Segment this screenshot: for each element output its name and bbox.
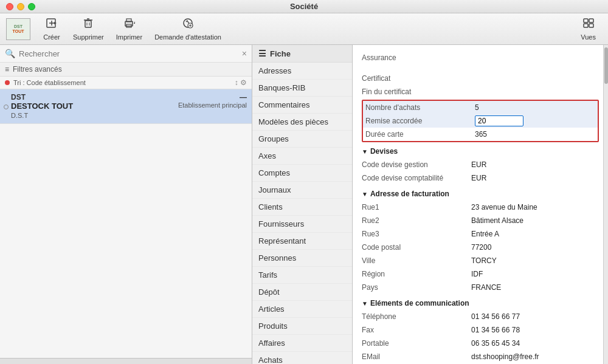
remise-label: Remise accordée [365,117,475,125]
vues-button[interactable]: Vues [575,15,602,43]
code-postal-value: 77200 [471,243,491,252]
creer-button[interactable]: Créer [36,15,67,43]
svg-rect-19 [584,24,588,27]
vues-icon [582,17,595,32]
close-icon[interactable]: × [242,49,247,58]
maximize-button[interactable] [28,3,35,10]
creer-icon [46,17,58,32]
duree-row: Durée carte 365 [363,128,598,141]
svg-marker-12 [134,21,135,24]
nav-item-personnes[interactable]: Personnes [252,250,352,267]
minimize-button[interactable] [17,3,24,10]
sort-dot [5,80,10,85]
toolbar: DST TOUT Créer Supprimer [0,13,608,45]
nav-item-journaux[interactable]: Journaux [252,182,352,199]
portable-value: 06 35 65 45 34 [471,339,520,348]
nav-item-adresses[interactable]: Adresses [252,63,352,80]
nav-item-tarifs[interactable]: Tarifs [252,267,352,284]
attestation-button[interactable]: Demande d'attestation [148,15,227,43]
nav-item-articles[interactable]: Articles [252,301,352,318]
supprimer-label: Supprimer [73,33,104,41]
code-postal-label: Code postal [362,243,471,252]
nombre-achats-value: 5 [475,103,479,112]
rue3-row: Rue3 Entrée A [362,227,599,241]
telephone-value: 01 34 56 66 77 [471,312,520,321]
fax-label: Fax [362,326,471,334]
pays-value: FRANCE [471,283,501,292]
rue1-row: Rue1 23 avenue du Maine [362,201,599,214]
titlebar: Société [0,0,608,13]
imprimer-button[interactable]: Imprimer [110,15,148,43]
nav-header: ☰ Fiche [252,45,352,63]
right-content: Assurance Certificat Fin du certificat N… [353,45,608,364]
region-label: Région [362,270,471,278]
rue1-value: 23 avenue du Maine [471,203,537,211]
nav-header-label: Fiche [270,49,291,58]
devises-header-label: Devises [370,147,398,156]
rue2-label: Rue2 [362,216,471,225]
nav-item-fournisseurs[interactable]: Fournisseurs [252,216,352,233]
nav-item-representant[interactable]: Représentant [252,233,352,250]
fax-value: 01 34 56 66 78 [471,326,520,334]
nav-item-groupes[interactable]: Groupes [252,131,352,148]
communication-header-label: Eléments de communication [370,299,469,307]
communication-section-header[interactable]: ▼ Eléments de communication [362,297,599,310]
remise-input[interactable] [475,115,523,126]
main-area: 🔍 × ≡ Filtres avancés Tri : Code établis… [0,45,608,364]
list-circle-indicator [4,105,9,109]
portable-label: Portable [362,339,471,348]
nav-item-axes[interactable]: Axes [252,148,352,165]
close-button[interactable] [6,3,13,10]
list-item-code: DST [11,93,26,101]
adresse-section-header[interactable]: ▼ Adresse de facturation [362,187,599,201]
vertical-scrollbar[interactable] [603,45,608,364]
email-label: EMail [362,352,471,361]
nav-item-commentaires[interactable]: Commentaires [252,97,352,114]
rue3-label: Rue3 [362,230,471,238]
window-title: Société [290,2,318,11]
nav-item-clients[interactable]: Clients [252,199,352,216]
nav-item-modeles[interactable]: Modèles des pièces [252,114,352,131]
horizontal-scrollbar[interactable] [0,358,252,364]
svg-rect-18 [589,19,593,22]
nav-item-banques[interactable]: Banques-RIB [252,80,352,97]
highlighted-group: Nombre d'achats 5 Remise accordée Durée … [362,100,599,142]
list-item[interactable]: DST — DESTOCK TOUT Etablissement princip… [0,89,252,124]
nav-item-achats[interactable]: Achats [252,352,352,364]
nav-item-produits[interactable]: Produits [252,318,352,335]
imprimer-label: Imprimer [116,33,142,41]
code-postal-row: Code postal 77200 [362,241,599,254]
attestation-icon [182,17,194,32]
search-bar: 🔍 × [0,45,252,63]
certificat-label: Certificat [362,74,471,83]
attestation-label: Demande d'attestation [154,33,221,41]
duree-value: 365 [475,130,487,139]
fiche-icon: ☰ [258,49,266,58]
devises-arrow-icon: ▼ [362,148,368,155]
filter-bar[interactable]: ≡ Filtres avancés [0,63,252,77]
imprimer-icon [123,17,135,32]
region-row: Région IDF [362,267,599,281]
creer-label: Créer [43,33,60,41]
remise-row: Remise accordée [363,114,598,128]
filter-icon: ≡ [5,65,9,74]
sort-bar: Tri : Code établissement ↕ ⚙ [0,77,252,89]
sort-icons[interactable]: ↕ ⚙ [235,78,247,87]
list-item-badge: Etablissement principal [178,101,247,111]
devises-section-header[interactable]: ▼ Devises [362,145,599,158]
search-icon: 🔍 [5,49,15,58]
certificat-row: Certificat [362,72,599,85]
pays-row: Pays FRANCE [362,281,599,294]
sort-label: Tri : Code établissement [13,79,235,86]
ville-label: Ville [362,256,471,265]
nav-item-affaires[interactable]: Affaires [252,335,352,352]
supprimer-button[interactable]: Supprimer [67,15,110,43]
email-value: dst.shooping@free.fr [471,352,539,361]
search-input[interactable] [19,49,242,58]
nav-item-depot[interactable]: Dépôt [252,284,352,301]
fin-certificat-label: Fin du certificat [362,88,471,96]
traffic-lights [6,3,35,10]
scrollbar-thumb[interactable] [604,47,608,84]
region-value: IDF [471,270,483,278]
nav-item-comptes[interactable]: Comptes [252,165,352,182]
